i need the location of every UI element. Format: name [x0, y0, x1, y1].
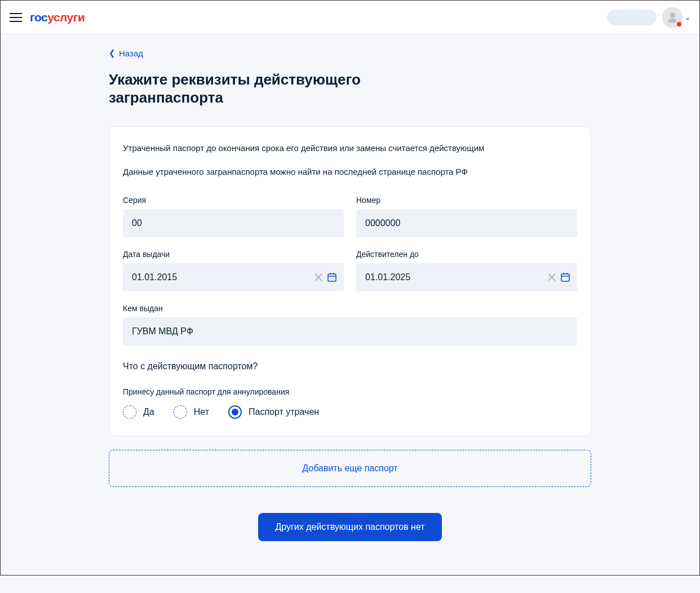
radio-icon-selected [228, 405, 242, 419]
header-pill[interactable] [607, 10, 657, 25]
clear-icon[interactable] [314, 273, 322, 281]
radio-yes-label: Да [143, 407, 154, 417]
logo-part2: услуги [47, 11, 85, 24]
logo-part1: гос [30, 11, 47, 24]
number-label: Номер [356, 196, 577, 205]
user-menu[interactable]: ⌄ [662, 7, 690, 28]
issue-date-label: Дата выдачи [123, 250, 344, 259]
issued-by-label: Кем выдан [123, 304, 577, 313]
menu-icon[interactable] [10, 13, 22, 22]
header-right: ⌄ [607, 7, 690, 28]
radio-lost-label: Паспорт утрачен [249, 407, 319, 417]
number-input[interactable] [356, 209, 577, 237]
no-other-passports-button[interactable]: Других действующих паспортов нет [258, 513, 441, 541]
avatar-icon [662, 7, 683, 28]
header-left: госуслуги [10, 11, 85, 24]
calendar-icon[interactable] [327, 272, 337, 282]
annul-sub-label: Принесу данный паспорт для аннулирования [123, 387, 577, 396]
back-link[interactable]: ❮ Назад [109, 48, 143, 58]
add-passport-button[interactable]: Добавить еще паспорт [109, 450, 591, 487]
info-text-1: Утраченный паспорт до окончания срока ег… [123, 141, 577, 155]
series-label: Серия [123, 196, 344, 205]
chevron-down-icon: ⌄ [685, 14, 690, 21]
series-input[interactable] [123, 209, 344, 237]
page-title: Укажите реквизиты действующего загранпас… [109, 70, 413, 107]
svg-rect-5 [561, 274, 569, 281]
radio-icon [174, 405, 187, 419]
radio-icon [123, 405, 136, 419]
passport-status-question: Что с действующим паспортом? [123, 361, 577, 371]
chevron-left-icon: ❮ [109, 48, 116, 57]
svg-rect-1 [328, 274, 336, 281]
svg-point-0 [670, 12, 675, 17]
radio-group: Да Нет Паспорт утрачен [123, 405, 577, 419]
calendar-icon[interactable] [560, 272, 570, 282]
radio-lost[interactable]: Паспорт утрачен [228, 405, 319, 419]
back-label: Назад [119, 48, 143, 58]
header: госуслуги ⌄ [1, 1, 699, 34]
issue-date-input[interactable] [132, 272, 310, 282]
radio-no[interactable]: Нет [174, 405, 209, 419]
notification-dot-icon [677, 22, 681, 26]
valid-until-input[interactable] [365, 272, 543, 282]
main: ❮ Назад Укажите реквизиты действующего з… [109, 34, 591, 575]
issued-by-input[interactable] [123, 317, 577, 346]
logo[interactable]: госуслуги [30, 11, 85, 24]
radio-yes[interactable]: Да [123, 405, 154, 419]
passport-card: Утраченный паспорт до окончания срока ег… [109, 126, 591, 436]
clear-icon[interactable] [548, 273, 556, 281]
valid-until-label: Действителен до [356, 250, 577, 259]
info-text-2: Данные утраченного загранпаспорта можно … [123, 165, 577, 179]
radio-no-label: Нет [194, 407, 209, 417]
